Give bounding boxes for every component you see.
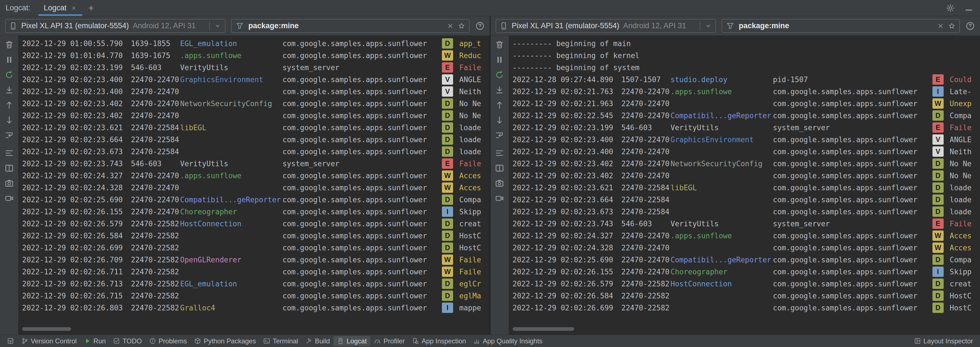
- log-row[interactable]: 2022-12-29 02:02:26.69922470-22582com.go…: [19, 242, 490, 254]
- scroll-to-end-button[interactable]: [493, 83, 506, 97]
- help-icon[interactable]: [475, 21, 485, 31]
- next-occurrence-button[interactable]: [493, 113, 506, 127]
- new-tab-button[interactable]: +: [82, 3, 100, 13]
- log-row[interactable]: --------- beginning of kernel: [509, 49, 980, 62]
- hide-toolwindow-icon[interactable]: [964, 4, 973, 13]
- device-selector[interactable]: Pixel XL API 31 (emulator-5554)Android 1…: [5, 19, 226, 33]
- horizontal-scrollbar[interactable]: [513, 327, 574, 331]
- configure-logcat-formatting-button[interactable]: [3, 146, 16, 160]
- previous-occurrence-button[interactable]: [493, 98, 506, 112]
- clear-logcat-button[interactable]: [3, 38, 16, 51]
- statusbar-item-app-quality-insights[interactable]: App Quality Insights: [469, 336, 546, 346]
- log-row[interactable]: 2022-12-29 02:02:23.743546-603VerityUtil…: [19, 158, 490, 170]
- statusbar-item-python-packages[interactable]: Python Packages: [191, 336, 259, 346]
- log-row[interactable]: 2022-12-29 02:02:21.96322470-22470com.go…: [509, 98, 980, 109]
- log-row[interactable]: 2022-12-29 02:02:26.70922470-22582OpenGL…: [19, 254, 490, 266]
- soft-wrap-button[interactable]: [493, 128, 506, 142]
- log-row[interactable]: 2022-12-29 02:02:23.66422470-22584com.go…: [509, 193, 980, 206]
- log-row[interactable]: 2022-12-29 02:02:23.67322470-22584com.go…: [19, 146, 490, 158]
- log-row[interactable]: 2022-12-29 02:02:22.54522470-22470Compat…: [509, 109, 980, 122]
- log-row[interactable]: 2022-12-29 02:02:24.32822470-22470com.go…: [509, 242, 980, 254]
- log-row[interactable]: 2022-12-29 01:01:04.7701639-1675.apps.su…: [19, 49, 490, 62]
- log-row[interactable]: 2022-12-29 02:02:23.40022470-22470Graphi…: [509, 133, 980, 146]
- record-screen-button[interactable]: [3, 192, 16, 205]
- restart-logcat-button[interactable]: [493, 68, 506, 82]
- tab-logcat[interactable]: Logcat: [38, 0, 82, 16]
- log-row[interactable]: 2022-12-28 09:27:44.8901507-1507studio.d…: [509, 73, 980, 86]
- horizontal-scrollbar[interactable]: [22, 327, 71, 331]
- favorite-filter-icon[interactable]: [948, 22, 955, 30]
- log-row[interactable]: 2022-12-29 02:02:23.199546-603VerityUtil…: [19, 62, 490, 73]
- log-list[interactable]: --------- beginning of main--------- beg…: [509, 36, 980, 335]
- log-row[interactable]: 2022-12-29 02:02:26.71522470-22582com.go…: [19, 290, 490, 302]
- log-row[interactable]: 2022-12-29 01:00:55.7901639-1855EGL_emul…: [19, 38, 490, 49]
- log-row[interactable]: 2022-12-29 02:02:23.62122470-22584libEGL…: [509, 182, 980, 193]
- log-row[interactable]: 2022-12-29 02:02:23.62122470-22584libEGL…: [19, 122, 490, 133]
- log-row[interactable]: 2022-12-29 02:02:26.15522470-22470Choreo…: [19, 206, 490, 218]
- favorite-filter-icon[interactable]: [458, 22, 465, 30]
- log-row[interactable]: 2022-12-29 02:02:23.40022470-22470com.go…: [509, 146, 980, 158]
- restart-logcat-button[interactable]: [3, 68, 16, 82]
- statusbar-item-terminal[interactable]: Terminal: [259, 336, 302, 346]
- statusbar-item-problems[interactable]: Problems: [145, 336, 191, 346]
- statusbar-item-run[interactable]: Run: [80, 336, 109, 346]
- log-row[interactable]: 2022-12-29 02:02:23.40022470-22470Graphi…: [19, 73, 490, 86]
- clear-filter-icon[interactable]: [937, 22, 944, 30]
- log-row[interactable]: --------- beginning of system: [509, 62, 980, 73]
- log-row[interactable]: 2022-12-29 02:02:26.58422470-22582com.go…: [509, 290, 980, 302]
- log-row[interactable]: 2022-12-29 02:02:23.743546-603VerityUtil…: [509, 218, 980, 230]
- close-tab-icon[interactable]: [71, 5, 76, 11]
- take-screenshot-button[interactable]: [3, 177, 16, 190]
- split-panels-button[interactable]: [3, 162, 16, 175]
- log-row[interactable]: 2022-12-29 02:02:26.69922470-22582com.go…: [509, 302, 980, 314]
- previous-occurrence-button[interactable]: [3, 98, 16, 112]
- scroll-to-end-button[interactable]: [3, 83, 16, 97]
- take-screenshot-button[interactable]: [493, 177, 506, 190]
- log-row[interactable]: 2022-12-29 02:02:23.66422470-22584com.go…: [19, 133, 490, 146]
- log-list[interactable]: 2022-12-29 01:00:55.7901639-1855EGL_emul…: [19, 36, 490, 335]
- filter-input[interactable]: [248, 21, 443, 30]
- log-row[interactable]: 2022-12-29 02:02:21.76322470-22470.apps.…: [509, 86, 980, 98]
- log-row[interactable]: --------- beginning of main: [509, 38, 980, 49]
- pause-logcat-button[interactable]: [493, 53, 506, 67]
- log-row[interactable]: 2022-12-29 02:02:24.32722470-22470.apps.…: [19, 170, 490, 182]
- log-row[interactable]: 2022-12-29 02:02:26.57922470-22582HostCo…: [509, 278, 980, 290]
- log-row[interactable]: 2022-12-29 02:02:24.32722470-22470.apps.…: [509, 230, 980, 242]
- clear-logcat-button[interactable]: [493, 38, 506, 51]
- configure-logcat-formatting-button[interactable]: [493, 146, 506, 160]
- filter-icon[interactable]: [235, 22, 244, 30]
- statusbar-item-layout-inspector[interactable]: Layout Inspector: [910, 336, 977, 346]
- device-selector[interactable]: Pixel XL API 31 (emulator-5554)Android 1…: [496, 19, 716, 33]
- statusbar-item-profiler[interactable]: Profiler: [370, 336, 408, 346]
- record-screen-button[interactable]: [493, 192, 506, 205]
- filter-icon[interactable]: [726, 22, 735, 30]
- log-row[interactable]: 2022-12-29 02:02:23.40022470-22470com.go…: [19, 86, 490, 98]
- log-row[interactable]: 2022-12-29 02:02:25.69022470-22470Compat…: [509, 254, 980, 266]
- log-row[interactable]: 2022-12-29 02:02:25.69022470-22470Compat…: [19, 193, 490, 206]
- help-icon[interactable]: [966, 21, 975, 31]
- log-row[interactable]: 2022-12-29 02:02:26.15522470-22470Choreo…: [509, 266, 980, 278]
- log-row[interactable]: 2022-12-29 02:02:23.67322470-22584com.go…: [509, 206, 980, 218]
- log-row[interactable]: 2022-12-29 02:02:26.71322470-22582EGL_em…: [19, 278, 490, 290]
- statusbar-item-tool-window-switcher[interactable]: [3, 336, 18, 346]
- statusbar-item-version-control[interactable]: Version Control: [18, 336, 80, 346]
- log-row[interactable]: 2022-12-29 02:02:23.40222470-22470com.go…: [19, 109, 490, 122]
- split-panels-button[interactable]: [493, 162, 506, 175]
- log-row[interactable]: 2022-12-29 02:02:26.57922470-22582HostCo…: [19, 218, 490, 230]
- pause-logcat-button[interactable]: [3, 53, 16, 67]
- settings-icon[interactable]: [946, 4, 955, 13]
- log-row[interactable]: 2022-12-29 02:02:23.40222470-22470Networ…: [19, 98, 490, 109]
- statusbar-item-logcat[interactable]: Logcat: [333, 336, 370, 346]
- log-row[interactable]: 2022-12-29 02:02:26.71122470-22582com.go…: [19, 266, 490, 278]
- statusbar-item-app-inspection[interactable]: App Inspection: [408, 336, 469, 346]
- log-row[interactable]: 2022-12-29 02:02:24.32822470-22470com.go…: [19, 182, 490, 193]
- log-row[interactable]: 2022-12-29 02:02:23.40222470-22470com.go…: [509, 170, 980, 182]
- log-row[interactable]: 2022-12-29 02:02:23.40222470-22470Networ…: [509, 158, 980, 170]
- next-occurrence-button[interactable]: [3, 113, 16, 127]
- statusbar-item-todo[interactable]: TODO: [109, 336, 145, 346]
- log-row[interactable]: 2022-12-29 02:02:26.58422470-22582com.go…: [19, 230, 490, 242]
- statusbar-item-build[interactable]: Build: [302, 336, 333, 346]
- filter-input[interactable]: [738, 21, 933, 30]
- log-row[interactable]: 2022-12-29 02:02:23.199546-603VerityUtil…: [509, 122, 980, 133]
- soft-wrap-button[interactable]: [3, 128, 16, 142]
